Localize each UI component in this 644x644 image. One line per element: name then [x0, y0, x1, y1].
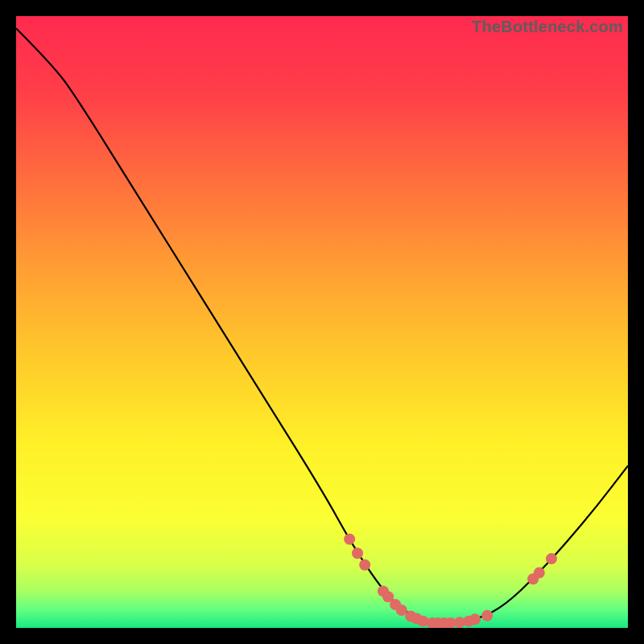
curve-marker: [396, 605, 407, 616]
curve-marker: [359, 559, 370, 571]
attribution-label: TheBottleneck.com: [472, 18, 623, 36]
curve-marker: [344, 534, 355, 545]
curve-marker: [534, 568, 545, 579]
curve-marker: [469, 613, 481, 625]
curve-marker: [481, 610, 493, 621]
gradient-background: [16, 16, 628, 628]
chart-frame: TheBottleneck.com: [16, 16, 628, 628]
curve-marker: [546, 553, 557, 564]
bottleneck-curve-chart: [16, 16, 628, 628]
curve-marker: [352, 547, 363, 559]
